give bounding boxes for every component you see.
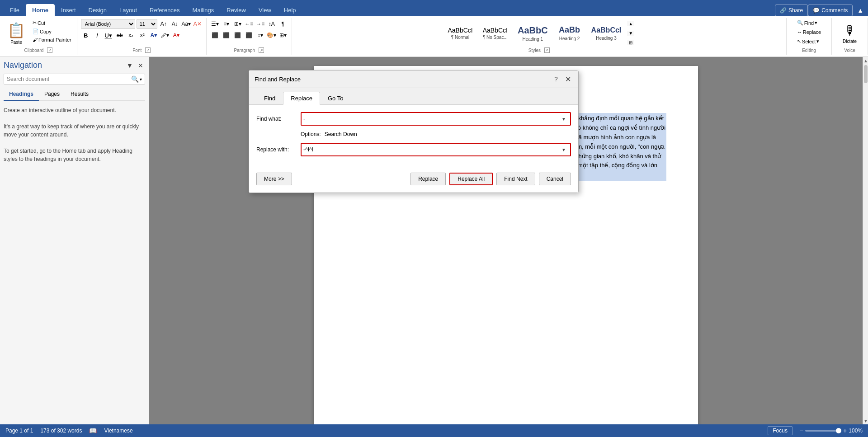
paragraph-expand-button[interactable]: ↗ <box>259 47 264 53</box>
tab-home[interactable]: Home <box>26 4 55 16</box>
strikethrough-button[interactable]: ab <box>115 30 125 40</box>
font-family-select[interactable]: Arial (Body) <box>81 19 135 29</box>
dialog-tab-find[interactable]: Find <box>256 92 283 105</box>
scrollbar-track[interactable] <box>863 64 868 417</box>
find-icon: 🔍 <box>797 20 803 26</box>
tab-layout[interactable]: Layout <box>113 4 143 16</box>
tab-insert[interactable]: Insert <box>55 4 82 16</box>
replace-button[interactable]: ↔ Replace <box>795 28 823 36</box>
styles-scroll-up-button[interactable]: ▲ <box>627 21 634 26</box>
tab-review[interactable]: Review <box>220 4 252 16</box>
nav-minimize-button[interactable]: ▼ <box>125 61 134 70</box>
borders-button[interactable]: ⊞▾ <box>278 30 288 40</box>
share-icon: 🔗 <box>780 7 787 14</box>
cancel-button[interactable]: Cancel <box>539 173 571 185</box>
search-options-button[interactable]: ▾ <box>140 75 142 83</box>
scrollbar-thumb[interactable] <box>864 65 868 83</box>
nav-tabs: Headings Pages Results <box>4 88 145 101</box>
tab-view[interactable]: View <box>252 4 278 16</box>
style-heading1[interactable]: AaBbC Heading 1 <box>514 19 552 47</box>
comments-button[interactable]: 💬 Comments <box>808 5 853 16</box>
nav-tab-pages[interactable]: Pages <box>39 88 65 101</box>
underline-button[interactable]: U▾ <box>104 30 113 40</box>
styles-scroll-down-button[interactable]: ▼ <box>627 31 634 36</box>
font-shrink-button[interactable]: A↓ <box>170 19 180 29</box>
clear-format-button[interactable]: A✕ <box>193 19 203 29</box>
style-heading2[interactable]: AaBb Heading 2 <box>554 19 585 47</box>
navigation-pane: Navigation ▼ ✕ 🔍 ▾ Headings Pages Result… <box>0 57 149 424</box>
bold-button[interactable]: B <box>81 30 91 40</box>
font-size-select[interactable]: 11 <box>137 19 157 29</box>
line-spacing-button[interactable]: ↕▾ <box>255 30 265 40</box>
find-dropdown-button[interactable]: ▼ <box>559 113 568 125</box>
search-box: 🔍 ▾ <box>4 74 145 85</box>
style-nospace[interactable]: AaBbCcI ¶ No Spac... <box>479 19 512 47</box>
highlight-button[interactable]: 🖊▾ <box>160 30 170 40</box>
nav-close-button[interactable]: ✕ <box>136 61 145 70</box>
focus-button[interactable]: Focus <box>768 426 793 435</box>
search-input[interactable] <box>7 76 131 82</box>
increase-indent-button[interactable]: →≡ <box>255 19 265 29</box>
decrease-indent-button[interactable]: ←≡ <box>244 19 254 29</box>
bullets-button[interactable]: ☰▾ <box>210 19 220 29</box>
dialog-tab-replace[interactable]: Replace <box>283 92 320 105</box>
multilevel-list-button[interactable]: ⊞▾ <box>233 19 243 29</box>
scroll-down-button[interactable]: ▼ <box>863 417 868 424</box>
zoom-out-button[interactable]: − <box>800 427 803 434</box>
dialog-close-button[interactable]: ✕ <box>563 74 573 84</box>
superscript-button[interactable]: x² <box>137 30 147 40</box>
paste-button[interactable]: 📋 Paste <box>4 19 29 47</box>
styles-expand-button[interactable]: ↗ <box>544 47 550 53</box>
dictate-button[interactable]: 🎙 Dictate <box>840 21 859 46</box>
replace-dropdown-button[interactable]: ▼ <box>559 144 568 155</box>
clipboard-expand-button[interactable]: ↗ <box>47 47 52 53</box>
numbering-button[interactable]: ≡▾ <box>222 19 231 29</box>
zoom-bar: − + 100% <box>800 427 863 434</box>
tab-design[interactable]: Design <box>82 4 113 16</box>
replace-button[interactable]: Replace <box>410 173 446 185</box>
align-left-button[interactable]: ⬛ <box>210 30 220 40</box>
style-h3-preview: AaBbCcI <box>591 26 622 34</box>
align-right-button[interactable]: ⬛ <box>233 30 243 40</box>
replace-all-button[interactable]: Replace All <box>449 173 493 185</box>
tab-help[interactable]: Help <box>278 4 302 16</box>
copy-button[interactable]: 📄 Copy <box>31 28 73 35</box>
dialog-tab-goto[interactable]: Go To <box>320 92 351 105</box>
dialog-help-button[interactable]: ? <box>551 74 561 84</box>
dialog-tabs: Find Replace Go To <box>249 88 578 105</box>
align-center-button[interactable]: ⬛ <box>222 30 231 40</box>
nav-tab-results[interactable]: Results <box>65 88 94 101</box>
collapse-ribbon-button[interactable]: ▲ <box>853 5 868 16</box>
tab-references[interactable]: References <box>143 4 186 16</box>
subscript-button[interactable]: x₂ <box>126 30 136 40</box>
zoom-in-button[interactable]: + <box>843 427 847 434</box>
justify-button[interactable]: ⬛ <box>244 30 254 40</box>
find-next-button[interactable]: Find Next <box>496 173 535 185</box>
shading-button[interactable]: 🎨▾ <box>267 30 277 40</box>
more-button[interactable]: More >> <box>256 173 292 185</box>
style-heading3[interactable]: AaBbCcI Heading 3 <box>587 19 626 47</box>
italic-button[interactable]: I <box>92 30 102 40</box>
zoom-slider[interactable] <box>805 430 841 432</box>
font-grow-button[interactable]: A↑ <box>159 19 169 29</box>
sort-button[interactable]: ↕A <box>267 19 277 29</box>
share-button[interactable]: 🔗 Share <box>775 5 808 16</box>
tab-mailings[interactable]: Mailings <box>186 4 221 16</box>
find-input[interactable] <box>303 113 559 125</box>
search-button[interactable]: 🔍 <box>131 75 139 83</box>
change-case-button[interactable]: Aa▾ <box>181 19 191 29</box>
font-color-button[interactable]: A▾ <box>171 30 181 40</box>
show-marks-button[interactable]: ¶ <box>278 19 288 29</box>
style-normal[interactable]: AaBbCcI ¶ Normal <box>443 19 476 47</box>
text-effects-button[interactable]: A▾ <box>149 30 159 40</box>
format-painter-button[interactable]: 🖌 Format Painter <box>31 36 73 43</box>
tab-file[interactable]: File <box>4 4 26 16</box>
find-button[interactable]: 🔍 Find ▾ <box>795 19 819 27</box>
nav-tab-headings[interactable]: Headings <box>4 88 39 101</box>
cut-button[interactable]: ✂ Cut <box>31 19 73 27</box>
scroll-up-button[interactable]: ▲ <box>863 57 868 64</box>
styles-more-button[interactable]: ⊞ <box>627 40 634 45</box>
font-expand-button[interactable]: ↗ <box>145 47 151 53</box>
select-button[interactable]: ↖ Select ▾ <box>795 38 821 45</box>
replace-input[interactable] <box>303 144 559 155</box>
